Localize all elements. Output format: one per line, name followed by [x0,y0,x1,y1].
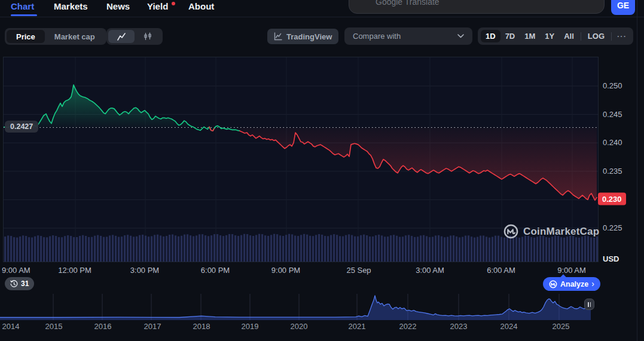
analyze-logo-icon [549,280,557,288]
time-tick: 12:00 PM [58,266,91,275]
previous-close-value: 0.2427 [10,122,33,131]
minimap-brush-handle[interactable] [584,299,594,310]
analyze-chevron-icon: › [591,279,594,288]
line-chart-icon [117,33,126,41]
range-button-1d[interactable]: 1D [481,30,500,42]
history-count-pill[interactable]: 31 [5,277,34,290]
nav-tab-yield[interactable]: Yield [147,1,168,11]
line-chart-type-button[interactable] [108,30,135,43]
year-label-2020: 2020 [291,322,308,331]
range-separator [611,32,612,41]
time-range-selector: 1D7D1M1YAllLOG··· [478,27,633,45]
year-label-2025: 2025 [553,322,570,331]
time-tick: 9:00 AM [557,266,586,275]
tradingview-label: TradingView [286,32,332,41]
analyze-button[interactable]: Analyze › [543,277,600,291]
log-scale-button[interactable]: LOG [583,30,609,42]
nav-tab-markets[interactable]: Markets [54,1,88,11]
tradingview-chart-icon [274,32,282,41]
more-options-button[interactable]: ··· [614,30,630,42]
current-price-value: 0.230 [602,195,622,204]
coinmarketcap-logo-icon [503,224,518,239]
candlestick-icon [144,32,152,41]
nav-tab-news[interactable]: News [106,1,130,11]
market-cap-tab[interactable]: Market cap [45,30,105,43]
tradingview-button[interactable]: TradingView [267,29,338,44]
time-tick: 9:00 AM [2,266,30,275]
history-clock-icon [10,280,18,288]
range-button-1y[interactable]: 1Y [540,30,559,42]
time-tick: 3:00 AM [416,266,444,275]
range-button-7d[interactable]: 7D [500,30,520,42]
range-button-all[interactable]: All [559,30,579,42]
year-label-2021: 2021 [349,322,366,331]
price-tick-0.225: 0.225 [603,223,622,232]
popup-title: Google Translate [376,0,439,7]
previous-close-label: 0.2427 [5,121,38,133]
history-minimap[interactable] [0,293,637,321]
currency-unit-label: USD [603,254,619,263]
price-tab-label: Price [16,32,35,41]
range-separator [581,32,581,41]
time-tick: 6:00 AM [487,266,515,275]
compare-with-label: Compare with [353,32,401,41]
year-label-2019: 2019 [242,322,259,331]
translate-button-label: GE [617,1,629,10]
active-tab-underline [11,14,37,16]
time-tick: 6:00 PM [201,266,230,275]
coinmarketcap-watermark: CoinMarketCap [503,224,599,239]
year-label-2017: 2017 [144,322,161,331]
yield-new-dot [172,2,175,5]
time-tick: 3:00 PM [130,266,159,275]
time-tick: 9:00 PM [271,266,300,275]
compare-with-dropdown[interactable]: Compare with [344,27,472,45]
range-button-1m[interactable]: 1M [520,30,540,42]
browser-extension-popup[interactable]: Google Translate [349,0,605,14]
price-tick-0.250: 0.250 [603,81,622,90]
candlestick-chart-type-button[interactable] [135,30,161,43]
coinmarketcap-chart-page: ChartMarketsNewsYieldAbout Google Transl… [0,0,644,341]
price-marketcap-toggle: Price Market cap [5,28,106,45]
chart-type-toggle [106,28,163,45]
year-label-2023: 2023 [450,322,468,331]
price-tick-0.245: 0.245 [603,109,622,118]
nav-tab-chart[interactable]: Chart [11,1,34,11]
page-right-border [637,0,637,341]
price-tick-0.235: 0.235 [603,166,622,175]
market-cap-tab-label: Market cap [54,32,95,41]
year-label-2016: 2016 [94,322,112,331]
chevron-down-icon [457,34,464,38]
year-label-2015: 2015 [45,322,63,331]
translate-button[interactable]: GE [611,0,635,15]
price-tick-0.240: 0.240 [603,138,622,147]
price-tab[interactable]: Price [7,30,45,43]
watermark-text: CoinMarketCap [523,226,599,238]
current-price-badge: 0.230 [598,193,626,205]
time-tick: 25 Sep [346,266,371,275]
history-count: 31 [21,279,29,288]
nav-tab-about[interactable]: About [188,1,214,11]
year-label-2018: 2018 [193,322,210,331]
analyze-label: Analyze [560,280,588,288]
year-label-2024: 2024 [500,322,518,331]
minimap-svg [0,293,637,321]
nav-divider [0,17,644,17]
year-label-2022: 2022 [399,322,417,331]
year-label-2014: 2014 [2,322,20,331]
